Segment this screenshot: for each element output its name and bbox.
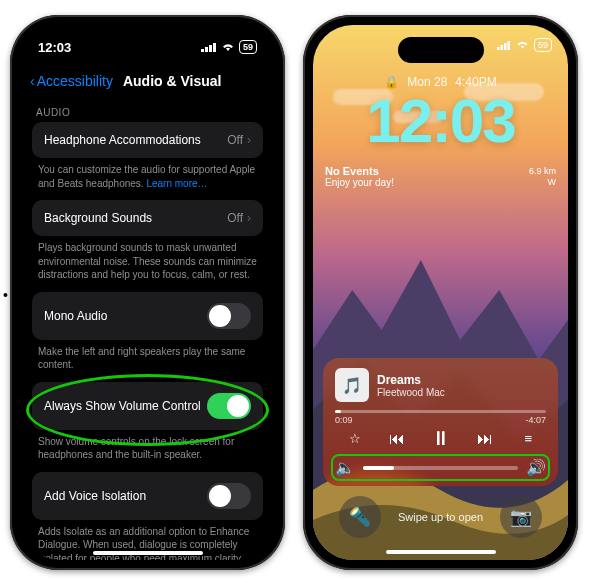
- list-bullet: •: [3, 287, 8, 303]
- time-elapsed: 0:09: [335, 415, 353, 425]
- cellular-icon: [497, 41, 511, 50]
- artist-name: Fleetwood Mac: [377, 387, 445, 398]
- section-header-audio: AUDIO: [36, 107, 259, 118]
- svg-rect-3: [213, 43, 216, 52]
- row-value: Off: [227, 133, 243, 147]
- row-always-show-volume[interactable]: Always Show Volume Control: [32, 382, 263, 430]
- lockscreen-dock: 🔦 Swipe up to open 📷: [313, 496, 568, 538]
- now-playing-player[interactable]: 🎵 Dreams Fleetwood Mac 0:09 -4:07 ☆ ⏮: [323, 358, 558, 486]
- volume-low-icon: 🔈: [335, 458, 355, 477]
- row-background-desc: Plays background sounds to mask unwanted…: [32, 236, 263, 292]
- volume-slider[interactable]: [363, 466, 518, 470]
- svg-rect-2: [209, 45, 212, 52]
- dynamic-island: [398, 37, 484, 63]
- widget-calendar[interactable]: No Events Enjoy your day!: [325, 165, 394, 188]
- home-indicator[interactable]: [386, 550, 496, 554]
- star-icon[interactable]: ☆: [349, 431, 361, 446]
- row-mono-desc: Make the left and right speakers play th…: [32, 340, 263, 382]
- song-title: Dreams: [377, 373, 445, 387]
- dynamic-island: [105, 37, 191, 63]
- time-remaining: -4:07: [525, 415, 546, 425]
- svg-rect-1: [205, 47, 208, 52]
- row-label: Mono Audio: [44, 309, 107, 323]
- svg-rect-4: [497, 47, 500, 50]
- row-label: Headphone Accommodations: [44, 133, 201, 147]
- nav-bar: ‹ Accessibility Audio & Visual: [20, 69, 275, 97]
- nav-title: Audio & Visual: [123, 73, 222, 89]
- status-time: 12:03: [38, 40, 71, 55]
- row-label: Background Sounds: [44, 211, 152, 225]
- svg-rect-0: [201, 49, 204, 52]
- phone-settings: 12:03 59 ‹ Accessibility Audio & Visual: [10, 15, 285, 570]
- home-indicator[interactable]: [93, 551, 203, 555]
- lockscreen-clock: 12:03: [313, 85, 568, 156]
- wifi-icon: [516, 39, 529, 51]
- toggle-voice-isolation[interactable]: [207, 483, 251, 509]
- queue-icon[interactable]: ≡: [524, 431, 532, 446]
- chevron-left-icon: ‹: [30, 73, 35, 89]
- toggle-mono-audio[interactable]: [207, 303, 251, 329]
- row-headphone-accommodations[interactable]: Headphone Accommodations Off›: [32, 122, 263, 158]
- row-value: Off: [227, 211, 243, 225]
- phone-lockscreen: 59 🔒 Mon 28 4:40PM 12:03 No Events Enjoy…: [303, 15, 578, 570]
- row-add-voice-isolation[interactable]: Add Voice Isolation: [32, 472, 263, 520]
- row-mono-audio[interactable]: Mono Audio: [32, 292, 263, 340]
- widget-weather[interactable]: 6.9 km W: [529, 166, 556, 188]
- svg-rect-6: [504, 43, 507, 50]
- lockscreen-widgets: No Events Enjoy your day! 6.9 km W: [325, 165, 556, 188]
- settings-list[interactable]: AUDIO Headphone Accommodations Off› You …: [20, 97, 275, 560]
- chevron-right-icon: ›: [247, 211, 251, 225]
- back-label: Accessibility: [37, 73, 113, 89]
- flashlight-icon: 🔦: [349, 506, 371, 528]
- camera-button[interactable]: 📷: [500, 496, 542, 538]
- chevron-right-icon: ›: [247, 133, 251, 147]
- playback-scrubber[interactable]: [335, 410, 546, 413]
- toggle-always-show-volume[interactable]: [207, 393, 251, 419]
- svg-rect-5: [500, 45, 503, 50]
- battery-icon: 59: [534, 38, 552, 52]
- learn-more-link[interactable]: Learn more…: [146, 178, 207, 189]
- cellular-icon: [201, 42, 217, 52]
- row-label: Add Voice Isolation: [44, 489, 146, 503]
- next-track-icon[interactable]: ⏭: [477, 430, 493, 448]
- previous-track-icon[interactable]: ⏮: [389, 430, 405, 448]
- swipe-up-hint: Swipe up to open: [398, 511, 483, 523]
- back-button[interactable]: ‹ Accessibility: [30, 73, 113, 89]
- svg-rect-7: [507, 41, 510, 50]
- wifi-icon: [221, 40, 235, 55]
- album-art[interactable]: 🎵: [335, 368, 369, 402]
- pause-icon[interactable]: ⏸: [431, 427, 451, 450]
- row-headphone-desc: You can customize the audio for supporte…: [32, 158, 263, 200]
- row-always-vol-desc: Show volume controls on the lock screen …: [32, 430, 263, 472]
- flashlight-button[interactable]: 🔦: [339, 496, 381, 538]
- battery-icon: 59: [239, 40, 257, 54]
- volume-high-icon: 🔊: [526, 458, 546, 477]
- row-background-sounds[interactable]: Background Sounds Off›: [32, 200, 263, 236]
- camera-icon: 📷: [510, 506, 532, 528]
- row-label: Always Show Volume Control: [44, 399, 201, 413]
